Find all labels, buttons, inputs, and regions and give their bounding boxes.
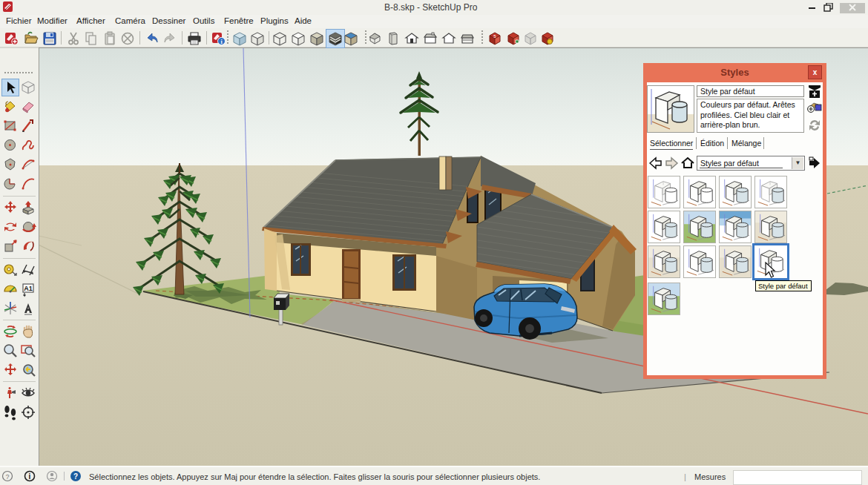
- svg-text:i: i: [29, 472, 31, 481]
- svg-text:?: ?: [73, 472, 78, 481]
- svg-text:?: ?: [5, 473, 9, 481]
- svg-text:A1: A1: [24, 285, 33, 292]
